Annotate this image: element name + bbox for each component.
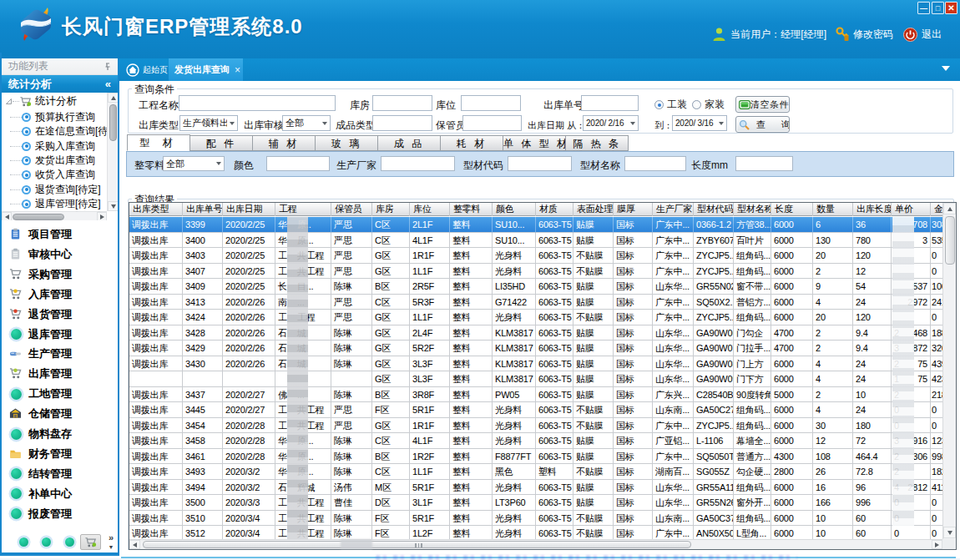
module-dot-icon[interactable] [19,537,28,547]
billno-input[interactable] [581,95,639,111]
grid-row-10[interactable]: G区3L3F整料KLM38176063-T5贴膜国标山东华...GA90W09.… [129,371,942,387]
grid-column-header-1[interactable]: 出库单号 [183,203,223,216]
product-type-input[interactable] [372,115,432,131]
scroll-up-icon[interactable] [111,96,116,100]
grid-column-header-16[interactable]: 数量 [813,203,853,216]
grid-column-header-7[interactable]: 整零料 [450,203,493,216]
filter-input-5[interactable] [735,156,793,171]
module-dot-icon[interactable] [42,537,51,547]
sidebar-module-7[interactable]: 出库管理 [2,364,118,384]
keeper-input[interactable] [462,115,522,131]
scroll-left-icon[interactable] [5,214,9,219]
tree-horizontal-scrollbar[interactable] [2,211,107,220]
sidebar-module-11[interactable]: 财务管理 [2,444,118,464]
project-name-input[interactable] [179,95,336,111]
tab-home[interactable]: 起始页 [126,58,168,81]
tab-close-icon[interactable]: × [235,64,240,76]
grid-column-header-8[interactable]: 颜色 [493,203,536,216]
sidebar-module-9[interactable]: 仓储管理 [2,404,118,424]
scroll-up-icon[interactable] [947,207,952,211]
location-input[interactable] [461,95,521,111]
grid-row-16[interactable]: 调拨出库34932020/3/2华原...陈琳C区1L1F整料黑色塑料不贴膜国标… [129,464,942,480]
filter-input-2[interactable] [381,156,455,171]
grid-column-header-18[interactable]: 单价 [892,203,931,216]
close-button[interactable]: ✕ [945,2,957,14]
filter-input-1[interactable] [266,156,330,171]
scroll-right-icon[interactable] [935,542,939,547]
tree-root-stats[interactable]: 统计分析 [2,94,107,109]
grid-row-19[interactable]: 调拨出库35102020/3/4工共工程陈琳F区5R1F整料光身料6063-T5… [129,511,942,527]
clear-conditions-button[interactable]: 清空条件 [735,96,790,113]
grid-column-header-14[interactable]: 型材名称 [734,203,771,216]
grid-column-header-5[interactable]: 库房 [372,203,410,216]
grid-row-5[interactable]: 调拨出库34132020/2/26南...严思C区5R3F整料G71422606… [129,295,942,310]
radio-jiazhuang[interactable]: 家装 [692,98,725,112]
tree-hscroll-thumb[interactable] [13,214,64,220]
grid-column-header-6[interactable]: 库位 [410,203,450,216]
scroll-right-icon[interactable] [100,214,104,219]
grid-column-header-10[interactable]: 表面处理 [573,203,614,216]
grid-column-header-11[interactable]: 膜厚 [614,203,653,216]
material-tab-1[interactable]: 配 件 [189,135,253,151]
tree-item-6[interactable]: 退库管理[待定] [2,197,107,212]
tree-item-0[interactable]: 预算执行查询 [2,110,107,125]
sidebar-module-1[interactable]: 审核中心 [2,245,118,265]
sidebar-module-4[interactable]: 退货管理 [2,305,118,325]
module-cart-button[interactable] [80,534,101,550]
grid-row-14[interactable]: 调拨出库34582020/2/28华原...陈琳C区4L1F整料光身料6063-… [129,433,942,449]
material-tab-0[interactable]: 型 材 [127,134,190,151]
grid-row-3[interactable]: 调拨出库34072020/2/25工共工程严思G区1L1F整料光身料6063-T… [129,264,942,280]
grid-column-header-9[interactable]: 材质 [536,203,573,216]
tree-item-4[interactable]: 收货入库查询 [2,168,107,183]
grid-column-header-3[interactable]: 工程 [275,203,331,216]
grid-column-header-15[interactable]: 长度 [771,203,813,216]
sidebar-module-12[interactable]: 结转管理 [2,464,118,484]
sidebar-module-13[interactable]: 补单中心 [2,484,118,504]
tab-shipping-outbound-query[interactable]: 发货出库查询 × [169,58,243,81]
grid-column-header-4[interactable]: 保管员 [331,203,372,216]
grid-row-4[interactable]: 调拨出库34092020/2/25长目...陈琳B区2R5F整料LI35HD60… [129,279,942,295]
sidebar-module-0[interactable]: 项目管理 [2,225,118,245]
filter-select-0[interactable]: 全部 [163,156,225,171]
grid-row-6[interactable]: 调拨出库34242020/2/26工工程严思G区1L1F整料光身料6063-T5… [129,310,942,325]
overflow-chevron-icon[interactable]: »▼ [106,533,116,552]
tree-scroll-thumb[interactable] [109,104,117,141]
grid-hscroll-thumb[interactable] [143,541,691,548]
grid-row-12[interactable]: 调拨出库34452020/2/27工共工程严思F区5R1F整料光身料6063-T… [129,402,942,418]
grid-row-9[interactable]: 调拨出库34302020/2/26石城陈琳G区3L3F整料KLM38176063… [129,356,942,372]
module-dot-icon[interactable] [65,537,74,547]
grid-row-11[interactable]: 调拨出库34372020/2/27佛...陈琳B区3R8F整料PW056063-… [129,387,942,403]
grid-row-20[interactable]: 调拨出库35122020/3/4工共工程陈琳F区1L2F整料光身料6063-T5… [129,526,942,540]
grid-column-header-0[interactable]: 出库类型 [129,203,183,216]
radio-gongzhuang[interactable]: 工装 [654,98,687,112]
sidebar-module-8[interactable]: 工地管理 [2,384,118,404]
tree-item-1[interactable]: 在途信息查询[待 [2,124,107,139]
tree-item-3[interactable]: 发货出库查询 [2,154,107,169]
grid-vertical-scrollbar[interactable] [942,203,956,539]
material-tab-4[interactable]: 成 品 [377,135,441,151]
grid-column-header-12[interactable]: 生产厂家 [653,203,694,216]
material-tab-7[interactable]: 隔 热 条 [565,135,629,151]
grid-row-17[interactable]: 调拨出库34942020/3/2石辉城汤伟M区5R1F整料光身料6063-T5贴… [129,480,942,496]
material-tab-2[interactable]: 辅 材 [252,135,316,151]
grid-row-7[interactable]: 调拨出库34282020/2/26石城陈琳G区2L4F整料KLM38176063… [129,325,942,341]
grid-row-18[interactable]: 调拨出库35002020/3/3工共工程曹佳D区3L1F整料LT3P606063… [129,495,942,511]
scroll-down-icon[interactable] [111,204,116,209]
grid-vscroll-thumb[interactable] [945,216,955,265]
material-tab-3[interactable]: 玻 璃 [315,135,378,151]
grid-row-2[interactable]: 调拨出库34032020/2/25工共工程严思G区1R1F整料光身料6063-T… [129,248,942,264]
filter-input-4[interactable] [624,156,686,171]
sidebar-module-6[interactable]: 生产管理 [2,344,118,364]
maximize-button[interactable]: □ [932,2,944,14]
grid-column-header-13[interactable]: 型材代码 [694,203,734,216]
filter-input-3[interactable] [508,156,572,171]
logout-button[interactable]: 退出 [922,28,942,42]
collapse-icon[interactable]: « [105,75,111,93]
grid-row-8[interactable]: 调拨出库34292020/2/26石城陈琳G区5R2F整料KLM38176063… [129,341,942,356]
grid-row-0[interactable]: 调拨出库33992020/2/25华原..严思C区2L1F整料SU10...60… [129,217,942,233]
sidebar-module-5[interactable]: 退库管理 [2,325,118,345]
scroll-down-icon[interactable] [947,531,952,535]
sidebar-module-10[interactable]: 物料盘存 [2,424,118,444]
outbound-type-select[interactable]: 生产领料出库 [179,115,238,131]
scroll-left-icon[interactable] [133,542,137,547]
